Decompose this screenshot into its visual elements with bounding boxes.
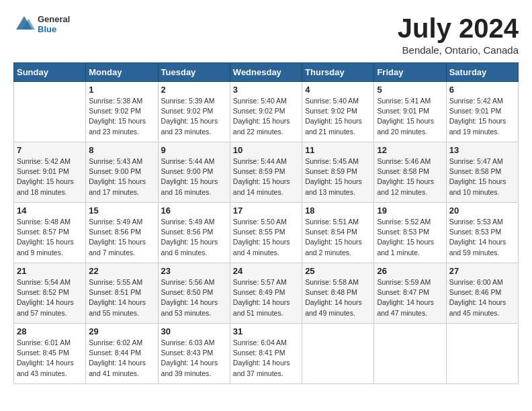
day-number: 5 xyxy=(377,85,443,95)
header-cell-wednesday: Wednesday xyxy=(230,63,302,82)
day-info: Sunrise: 5:39 AM Sunset: 9:02 PM Dayligh… xyxy=(161,96,227,137)
day-info: Sunrise: 5:48 AM Sunset: 8:57 PM Dayligh… xyxy=(17,217,83,258)
day-info: Sunrise: 6:02 AM Sunset: 8:44 PM Dayligh… xyxy=(89,338,154,379)
header-cell-thursday: Thursday xyxy=(302,63,374,82)
day-info: Sunrise: 5:51 AM Sunset: 8:54 PM Dayligh… xyxy=(305,217,371,258)
day-info: Sunrise: 5:42 AM Sunset: 9:01 PM Dayligh… xyxy=(449,96,515,137)
day-number: 11 xyxy=(305,145,371,155)
calendar-cell: 9Sunrise: 5:44 AM Sunset: 9:00 PM Daylig… xyxy=(158,142,230,203)
day-number: 30 xyxy=(161,326,227,336)
calendar-cell: 6Sunrise: 5:42 AM Sunset: 9:01 PM Daylig… xyxy=(446,82,518,142)
day-info: Sunrise: 5:41 AM Sunset: 9:01 PM Dayligh… xyxy=(377,96,443,137)
calendar-cell: 15Sunrise: 5:49 AM Sunset: 8:56 PM Dayli… xyxy=(86,203,158,263)
calendar-cell: 4Sunrise: 5:40 AM Sunset: 9:02 PM Daylig… xyxy=(302,82,374,142)
calendar-cell: 12Sunrise: 5:46 AM Sunset: 8:58 PM Dayli… xyxy=(374,142,446,203)
calendar-cell: 29Sunrise: 6:02 AM Sunset: 8:44 PM Dayli… xyxy=(86,324,158,384)
day-info: Sunrise: 5:43 AM Sunset: 9:00 PM Dayligh… xyxy=(89,156,154,197)
day-info: Sunrise: 5:59 AM Sunset: 8:47 PM Dayligh… xyxy=(377,277,443,318)
logo-blue: Blue xyxy=(38,24,70,34)
logo-text: General Blue xyxy=(38,14,70,34)
day-number: 3 xyxy=(233,85,299,95)
calendar-cell: 31Sunrise: 6:04 AM Sunset: 8:41 PM Dayli… xyxy=(230,324,302,384)
day-number: 31 xyxy=(233,326,299,336)
calendar-cell: 22Sunrise: 5:55 AM Sunset: 8:51 PM Dayli… xyxy=(86,263,158,324)
day-info: Sunrise: 5:52 AM Sunset: 8:53 PM Dayligh… xyxy=(377,217,443,258)
day-number: 29 xyxy=(89,326,154,336)
calendar-cell: 10Sunrise: 5:44 AM Sunset: 8:59 PM Dayli… xyxy=(230,142,302,203)
page-header: General Blue July 2024 Bendale, Ontario,… xyxy=(13,13,519,56)
day-number: 8 xyxy=(89,145,154,155)
day-info: Sunrise: 5:40 AM Sunset: 9:02 PM Dayligh… xyxy=(233,96,299,137)
day-number: 2 xyxy=(161,85,227,95)
day-info: Sunrise: 5:40 AM Sunset: 9:02 PM Dayligh… xyxy=(305,96,371,137)
day-number: 10 xyxy=(233,145,299,155)
day-info: Sunrise: 5:44 AM Sunset: 9:00 PM Dayligh… xyxy=(161,156,227,197)
day-number: 18 xyxy=(305,205,371,216)
day-info: Sunrise: 5:53 AM Sunset: 8:53 PM Dayligh… xyxy=(449,217,515,258)
day-info: Sunrise: 5:46 AM Sunset: 8:58 PM Dayligh… xyxy=(377,156,443,197)
calendar-cell: 19Sunrise: 5:52 AM Sunset: 8:53 PM Dayli… xyxy=(374,203,446,263)
day-info: Sunrise: 5:49 AM Sunset: 8:56 PM Dayligh… xyxy=(161,217,227,258)
day-info: Sunrise: 5:54 AM Sunset: 8:52 PM Dayligh… xyxy=(17,277,83,318)
calendar-cell: 30Sunrise: 6:03 AM Sunset: 8:43 PM Dayli… xyxy=(158,324,230,384)
day-number: 1 xyxy=(89,85,154,95)
calendar-cell: 3Sunrise: 5:40 AM Sunset: 9:02 PM Daylig… xyxy=(230,82,302,142)
day-number: 25 xyxy=(305,266,371,276)
calendar-cell: 11Sunrise: 5:45 AM Sunset: 8:59 PM Dayli… xyxy=(302,142,374,203)
day-info: Sunrise: 5:45 AM Sunset: 8:59 PM Dayligh… xyxy=(305,156,371,197)
header-cell-saturday: Saturday xyxy=(446,63,518,82)
calendar-cell xyxy=(374,324,446,384)
calendar-cell: 28Sunrise: 6:01 AM Sunset: 8:45 PM Dayli… xyxy=(14,324,86,384)
day-info: Sunrise: 5:42 AM Sunset: 9:01 PM Dayligh… xyxy=(17,156,83,197)
title-block: July 2024 Bendale, Ontario, Canada xyxy=(398,13,519,56)
calendar-week-1: 1Sunrise: 5:38 AM Sunset: 9:02 PM Daylig… xyxy=(14,82,519,142)
day-number: 19 xyxy=(377,205,443,216)
day-number: 20 xyxy=(449,205,515,216)
calendar-cell: 1Sunrise: 5:38 AM Sunset: 9:02 PM Daylig… xyxy=(86,82,158,142)
day-info: Sunrise: 6:01 AM Sunset: 8:45 PM Dayligh… xyxy=(17,338,83,379)
day-number: 28 xyxy=(17,326,83,336)
calendar-cell xyxy=(14,82,86,142)
header-cell-monday: Monday xyxy=(86,63,158,82)
calendar-cell: 13Sunrise: 5:47 AM Sunset: 8:58 PM Dayli… xyxy=(446,142,518,203)
header-cell-sunday: Sunday xyxy=(14,63,86,82)
day-info: Sunrise: 5:50 AM Sunset: 8:55 PM Dayligh… xyxy=(233,217,299,258)
calendar-cell: 24Sunrise: 5:57 AM Sunset: 8:49 PM Dayli… xyxy=(230,263,302,324)
day-number: 27 xyxy=(449,266,515,276)
logo-general: General xyxy=(38,14,70,24)
day-info: Sunrise: 5:56 AM Sunset: 8:50 PM Dayligh… xyxy=(161,277,227,318)
calendar-cell xyxy=(446,324,518,384)
day-number: 24 xyxy=(233,266,299,276)
day-info: Sunrise: 5:49 AM Sunset: 8:56 PM Dayligh… xyxy=(89,217,154,258)
calendar-cell: 25Sunrise: 5:58 AM Sunset: 8:48 PM Dayli… xyxy=(302,263,374,324)
day-info: Sunrise: 5:55 AM Sunset: 8:51 PM Dayligh… xyxy=(89,277,154,318)
calendar-cell xyxy=(302,324,374,384)
day-info: Sunrise: 6:03 AM Sunset: 8:43 PM Dayligh… xyxy=(161,338,227,379)
day-number: 17 xyxy=(233,205,299,216)
calendar-cell: 20Sunrise: 5:53 AM Sunset: 8:53 PM Dayli… xyxy=(446,203,518,263)
month-title: July 2024 xyxy=(398,13,519,43)
day-number: 16 xyxy=(161,205,227,216)
calendar-cell: 18Sunrise: 5:51 AM Sunset: 8:54 PM Dayli… xyxy=(302,203,374,263)
day-number: 9 xyxy=(161,145,227,155)
calendar-week-4: 21Sunrise: 5:54 AM Sunset: 8:52 PM Dayli… xyxy=(14,263,519,324)
logo-icon xyxy=(13,13,35,35)
calendar-cell: 21Sunrise: 5:54 AM Sunset: 8:52 PM Dayli… xyxy=(14,263,86,324)
day-number: 14 xyxy=(17,205,83,216)
calendar-cell: 23Sunrise: 5:56 AM Sunset: 8:50 PM Dayli… xyxy=(158,263,230,324)
logo: General Blue xyxy=(13,13,70,35)
day-info: Sunrise: 5:58 AM Sunset: 8:48 PM Dayligh… xyxy=(305,277,371,318)
day-number: 6 xyxy=(449,85,515,95)
day-info: Sunrise: 5:57 AM Sunset: 8:49 PM Dayligh… xyxy=(233,277,299,318)
day-number: 7 xyxy=(17,145,83,155)
calendar-cell: 17Sunrise: 5:50 AM Sunset: 8:55 PM Dayli… xyxy=(230,203,302,263)
calendar-cell: 26Sunrise: 5:59 AM Sunset: 8:47 PM Dayli… xyxy=(374,263,446,324)
day-number: 12 xyxy=(377,145,443,155)
location: Bendale, Ontario, Canada xyxy=(398,44,519,56)
calendar-cell: 7Sunrise: 5:42 AM Sunset: 9:01 PM Daylig… xyxy=(14,142,86,203)
day-info: Sunrise: 6:00 AM Sunset: 8:46 PM Dayligh… xyxy=(449,277,515,318)
calendar-cell: 27Sunrise: 6:00 AM Sunset: 8:46 PM Dayli… xyxy=(446,263,518,324)
calendar-cell: 16Sunrise: 5:49 AM Sunset: 8:56 PM Dayli… xyxy=(158,203,230,263)
calendar-cell: 5Sunrise: 5:41 AM Sunset: 9:01 PM Daylig… xyxy=(374,82,446,142)
day-info: Sunrise: 5:47 AM Sunset: 8:58 PM Dayligh… xyxy=(449,156,515,197)
